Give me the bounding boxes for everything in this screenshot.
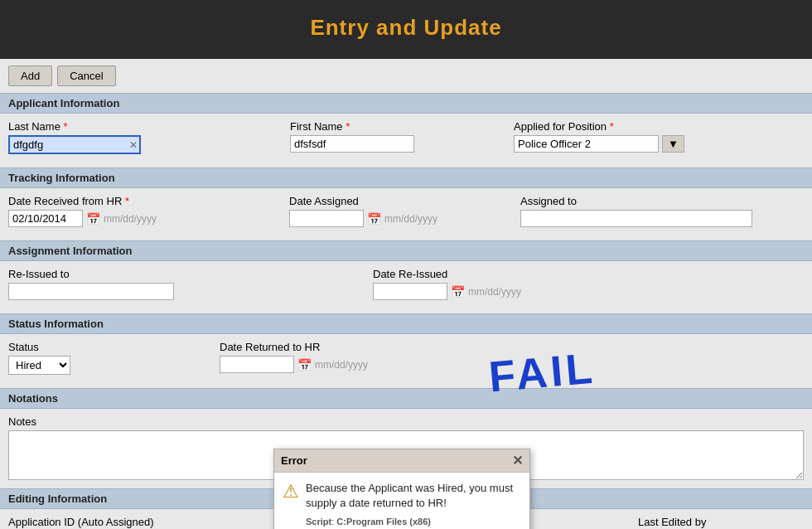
- date-returned-label: Date Returned to HR: [220, 341, 368, 353]
- tracking-info-header: Tracking Information: [0, 167, 812, 188]
- date-returned-field: Date Returned to HR 📅 mm/dd/yyyy: [220, 341, 368, 373]
- assignment-info-row: Re-Issued to Date Re-Issued 📅 mm/dd/yyyy: [8, 268, 804, 300]
- date-received-input-group: 📅 mm/dd/yyyy: [8, 210, 157, 227]
- error-dialog-title: Error: [281, 454, 307, 467]
- date-received-field: Date Received from HR * 📅 mm/dd/yyyy: [8, 195, 157, 227]
- status-label: Status: [8, 341, 70, 353]
- error-dialog: Error ✕ ⚠ Because the Applicant was Hire…: [273, 449, 530, 529]
- last-name-label: Last Name *: [8, 120, 141, 133]
- date-assigned-input[interactable]: [289, 210, 364, 227]
- last-name-input[interactable]: [8, 135, 141, 154]
- date-reissued-input[interactable]: [373, 283, 447, 300]
- date-reissued-label: Date Re-Issued: [373, 268, 521, 280]
- position-label: Applied for Position *: [514, 120, 684, 133]
- position-input[interactable]: [514, 135, 659, 153]
- script-path: C:Program Files (x86) ZendApache2htdocss…: [306, 517, 524, 529]
- assignment-info-header: Assignment Information: [0, 240, 812, 261]
- error-dialog-body: ⚠ Because the Applicant was Hired, you m…: [274, 473, 529, 529]
- add-button[interactable]: Add: [8, 66, 52, 86]
- date-received-label: Date Received from HR *: [8, 195, 157, 207]
- reissued-to-label: Re-Issued to: [8, 268, 174, 280]
- notes-label: Notes: [8, 415, 804, 428]
- tracking-info-row: Date Received from HR * 📅 mm/dd/yyyy Dat…: [8, 195, 804, 227]
- date-assigned-label: Date Assigned: [289, 195, 437, 207]
- first-name-label: First Name *: [290, 120, 414, 133]
- date-reissued-calendar-icon[interactable]: 📅: [451, 285, 465, 298]
- main-content: Add Cancel Applicant Information Last Na…: [0, 59, 812, 529]
- page-title: Entry and Update: [0, 15, 812, 41]
- assigned-to-label: Assigned to: [520, 195, 752, 207]
- app-id-label: Application ID (Auto Assigned): [8, 516, 174, 528]
- last-edited-label: Last Edited by: [638, 516, 804, 528]
- status-select[interactable]: Hired Not Hired Pending Withdrawn: [8, 356, 70, 375]
- first-name-input[interactable]: [290, 135, 414, 153]
- applicant-info-row: Last Name * ✕ First Name * Applied for P…: [8, 120, 804, 154]
- reissued-to-field: Re-Issued to: [8, 268, 174, 300]
- assignment-info-section: Re-Issued to Date Re-Issued 📅 mm/dd/yyyy: [0, 261, 812, 313]
- date-returned-input[interactable]: [220, 356, 294, 373]
- reissued-to-input[interactable]: [8, 283, 174, 300]
- notations-header: Notations: [0, 388, 812, 409]
- date-assigned-input-group: 📅 mm/dd/yyyy: [289, 210, 437, 227]
- position-field: Applied for Position * ▼: [514, 120, 684, 153]
- date-returned-calendar-icon[interactable]: 📅: [297, 358, 312, 371]
- date-reissued-input-group: 📅 mm/dd/yyyy: [373, 283, 521, 300]
- assigned-to-field: Assigned to: [520, 195, 752, 227]
- date-assigned-field: Date Assigned 📅 mm/dd/yyyy: [289, 195, 437, 227]
- last-name-input-wrapper: ✕: [8, 135, 141, 154]
- status-info-row: Status Hired Not Hired Pending Withdrawn…: [8, 341, 804, 375]
- position-dropdown-button[interactable]: ▼: [662, 135, 684, 153]
- error-dialog-header: Error ✕: [274, 449, 529, 473]
- page-header: Entry and Update: [0, 0, 812, 59]
- script-label: Script: [306, 517, 331, 527]
- status-info-section: Status Hired Not Hired Pending Withdrawn…: [0, 334, 812, 388]
- error-message: Because the Applicant was Hired, you mus…: [306, 481, 524, 511]
- script-info: Script: C:Program Files (x86) ZendApache…: [306, 516, 524, 529]
- last-edited-field: Last Edited by: [638, 516, 804, 529]
- warning-icon: ⚠: [283, 481, 299, 502]
- date-returned-input-group: 📅 mm/dd/yyyy: [220, 356, 368, 373]
- date-reissued-field: Date Re-Issued 📅 mm/dd/yyyy: [373, 268, 521, 300]
- status-info-header: Status Information: [0, 313, 812, 334]
- toolbar: Add Cancel: [0, 59, 812, 93]
- assigned-to-input[interactable]: [520, 210, 752, 227]
- status-field: Status Hired Not Hired Pending Withdrawn: [8, 341, 70, 375]
- cancel-button[interactable]: Cancel: [57, 66, 115, 86]
- app-id-field: Application ID (Auto Assigned): [8, 516, 174, 529]
- applicant-info-header: Applicant Information: [0, 93, 812, 114]
- date-received-input[interactable]: [8, 210, 83, 227]
- tracking-info-section: Date Received from HR * 📅 mm/dd/yyyy Dat…: [0, 188, 812, 240]
- last-name-clear-button[interactable]: ✕: [128, 139, 139, 151]
- error-message-block: Because the Applicant was Hired, you mus…: [306, 481, 524, 529]
- error-dialog-close-button[interactable]: ✕: [512, 453, 523, 468]
- date-assigned-calendar-icon[interactable]: 📅: [367, 212, 381, 226]
- error-warning-row: ⚠ Because the Applicant was Hired, you m…: [283, 481, 521, 529]
- applicant-info-section: Last Name * ✕ First Name * Applied for P…: [0, 114, 812, 167]
- last-name-field: Last Name * ✕: [8, 120, 141, 154]
- date-received-calendar-icon[interactable]: 📅: [86, 212, 100, 226]
- first-name-field: First Name *: [290, 120, 414, 153]
